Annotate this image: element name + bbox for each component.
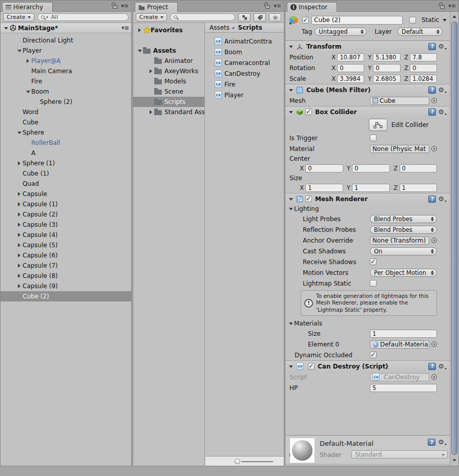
hierarchy-item[interactable]: Capsule (9)	[1, 281, 131, 291]
axis-value-field[interactable]	[410, 53, 437, 61]
scene-menu-icon[interactable]	[121, 25, 129, 31]
static-dropdown-icon[interactable]	[443, 19, 447, 21]
foldout-collapsed-icon[interactable]	[16, 284, 23, 288]
gear-icon[interactable]	[438, 439, 447, 446]
lock-icon[interactable]	[440, 5, 445, 9]
project-file-item[interactable]: Boom	[205, 47, 284, 57]
foldout-collapsed-icon[interactable]	[16, 243, 23, 247]
project-folder-item[interactable]: Animator	[133, 56, 204, 66]
hierarchy-item[interactable]: Cube (1)	[1, 168, 131, 179]
foldout-collapsed-icon[interactable]	[16, 192, 23, 196]
hierarchy-item[interactable]: Boom	[1, 86, 131, 97]
hierarchy-item[interactable]: Capsule (5)	[1, 240, 131, 250]
project-file-item[interactable]: AnimatrConttra	[205, 36, 284, 47]
project-folder-item[interactable]: Standard Assets	[133, 107, 204, 117]
zoom-slider-track[interactable]	[241, 461, 273, 462]
foldout-expanded-icon[interactable]	[25, 90, 31, 93]
object-field[interactable]: None (Physic Mat	[370, 145, 429, 153]
hierarchy-item[interactable]: Fire	[1, 76, 131, 86]
hierarchy-item[interactable]: Capsule (1)	[1, 199, 131, 209]
help-icon[interactable]	[428, 196, 436, 203]
foldout-expanded-icon[interactable]	[287, 207, 294, 210]
object-picker-icon[interactable]	[431, 98, 437, 103]
hierarchy-item[interactable]: Capsule (8)	[1, 271, 131, 281]
foldout-collapsed-icon[interactable]	[16, 223, 23, 227]
component-header[interactable]: Can Destroy (Script)	[285, 361, 450, 372]
axis-value-field[interactable]	[373, 53, 401, 61]
panel-menu-icon[interactable]	[121, 3, 129, 9]
gameobject-name-field[interactable]	[311, 16, 403, 25]
project-file-item[interactable]: Cameracontral	[205, 57, 284, 68]
foldout-expanded-icon[interactable]	[136, 49, 143, 52]
hierarchy-item[interactable]: Capsule	[1, 189, 131, 199]
project-folder-item[interactable]: Scene	[133, 86, 204, 97]
help-icon[interactable]	[428, 439, 435, 446]
hierarchy-item[interactable]: RollerBall	[1, 138, 131, 148]
edit-collider-button[interactable]	[369, 119, 387, 131]
hierarchy-item[interactable]: Capsule (4)	[1, 230, 131, 240]
help-icon[interactable]	[428, 109, 436, 116]
hierarchy-item[interactable]: Player	[1, 46, 131, 56]
axis-value-field[interactable]	[337, 64, 364, 72]
scroll-up-icon[interactable]	[450, 12, 458, 20]
project-file-item[interactable]: Player	[205, 90, 284, 100]
foldout-expanded-icon[interactable]	[287, 365, 294, 368]
object-field[interactable]: None (Transform)	[370, 236, 429, 245]
search-by-type-button[interactable]	[238, 13, 251, 21]
component-header[interactable]: Cube (Mesh Filter)	[285, 84, 450, 95]
axis-value-field[interactable]	[337, 53, 364, 61]
property-dropdown[interactable]: On	[370, 247, 437, 255]
property-dropdown[interactable]: Per Object Motion	[370, 269, 437, 277]
foldout-collapsed-icon[interactable]	[16, 212, 23, 217]
gameobject-enabled-checkbox[interactable]	[302, 17, 309, 24]
object-picker-icon[interactable]	[431, 146, 437, 152]
object-picker-icon[interactable]	[431, 374, 437, 380]
foldout-collapsed-icon[interactable]	[148, 69, 154, 73]
axis-value-field[interactable]	[352, 184, 390, 192]
hierarchy-item[interactable]: Player@A	[1, 56, 131, 66]
axis-value-field[interactable]	[305, 164, 343, 172]
axis-value-field[interactable]	[410, 75, 437, 83]
hierarchy-item[interactable]: Directional Light	[1, 35, 131, 46]
gear-icon[interactable]	[438, 109, 447, 116]
static-checkbox[interactable]	[409, 17, 416, 24]
property-dropdown[interactable]: Blend Probes	[370, 215, 437, 223]
foldout-expanded-icon[interactable]	[287, 111, 294, 114]
project-file-item[interactable]: CanDestroy	[205, 68, 284, 79]
axis-value-field[interactable]	[305, 184, 343, 192]
section-foldout[interactable]: Lighting	[285, 204, 450, 213]
axis-value-field[interactable]	[400, 164, 437, 172]
foldout-collapsed-icon[interactable]	[16, 264, 23, 268]
axis-value-field[interactable]	[373, 64, 401, 72]
project-folder-item[interactable]: Models	[133, 76, 204, 86]
search-by-label-button[interactable]	[254, 13, 266, 21]
property-checkbox[interactable]	[370, 135, 377, 141]
component-header[interactable]: Mesh Renderer	[285, 193, 450, 204]
axis-value-field[interactable]	[352, 164, 390, 172]
tab-project[interactable]: Project	[135, 2, 178, 12]
axis-value-field[interactable]	[373, 75, 401, 83]
material-preview-thumbnail[interactable]	[290, 438, 315, 463]
object-field[interactable]: Default-Materia	[370, 340, 429, 349]
component-enabled-checkbox[interactable]	[308, 363, 315, 370]
gear-icon[interactable]	[438, 43, 447, 50]
project-folder-item[interactable]: Scripts	[133, 97, 204, 107]
inspector-scrollbar[interactable]	[450, 12, 458, 465]
component-header[interactable]: Box Collider	[285, 106, 450, 117]
layer-dropdown[interactable]: Default	[398, 28, 443, 36]
hierarchy-item[interactable]: Cube	[1, 117, 131, 127]
hierarchy-item[interactable]: Sphere (2)	[1, 97, 131, 107]
zoom-slider[interactable]	[235, 459, 240, 464]
project-folder-item[interactable]: Favorites	[133, 25, 204, 35]
tab-hierarchy[interactable]: Hierarchy	[2, 2, 53, 12]
hierarchy-item[interactable]: Sphere	[1, 127, 131, 138]
foldout-collapsed-icon[interactable]	[148, 110, 154, 114]
foldout-expanded-icon[interactable]	[287, 89, 294, 92]
hierarchy-item[interactable]: Quad	[1, 179, 131, 189]
breadcrumb-current[interactable]: Scripts	[238, 24, 262, 31]
project-folder-item[interactable]: Assets	[133, 46, 204, 56]
axis-value-field[interactable]	[410, 64, 437, 72]
gear-icon[interactable]	[438, 363, 447, 370]
foldout-collapsed-icon[interactable]	[16, 274, 23, 278]
foldout-collapsed-icon[interactable]	[16, 253, 23, 257]
